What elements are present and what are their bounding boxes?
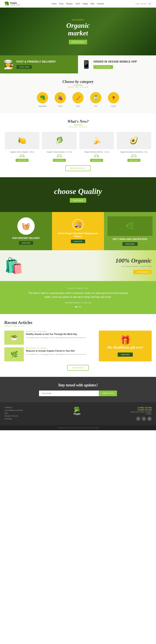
footer-privacy[interactable]: PRIVACY POLICY [4, 415, 23, 417]
snacks-content: By Jane Loren + 04 comments Healthy Snac… [26, 330, 96, 345]
testimonial-label: PEOPLE ABOUT US [9, 288, 147, 289]
hero-subtitle: Your favorite 2 [66, 19, 90, 21]
dot-1[interactable] [75, 306, 77, 308]
category-seeds[interactable]: 🌻 Seeds [108, 92, 119, 107]
dot-2[interactable] [77, 306, 79, 308]
twitter-icon[interactable]: t [142, 416, 146, 421]
footer-links: CONTACT CUSTOMER SUPPORT FAQ PRIVACY POL… [4, 406, 23, 420]
app-button[interactable]: GO TO THE APP [93, 65, 113, 69]
delivery-shop-button[interactable]: SHOP NOW [16, 65, 32, 69]
footer-phone2[interactable]: (3-800) 125-456 [131, 409, 152, 411]
category-vegetables[interactable]: 🥦 Vegetables [37, 92, 48, 107]
shipping-icon: 🚚 [73, 219, 83, 230]
app-text: ORDER IN VEGGIE MOBILE APP GO TO THE APP [93, 60, 137, 69]
choose-quality-title: choose Quality [54, 187, 102, 196]
delivery-icon: 👩‍🍳 [3, 59, 14, 70]
celery-add-button[interactable]: ADD TO CART [53, 159, 66, 162]
more-products-button[interactable]: MORE PRODUCTS [66, 165, 90, 171]
phone-icon: 📱 [81, 60, 91, 69]
gift-icon: 🎁 [120, 335, 131, 345]
fennel-title[interactable]: Reasons to Include Organic Fennel in You… [26, 350, 96, 352]
fennel-content: By Jane Loren + 04 comments Reasons to I… [26, 347, 96, 362]
newsletter-email-input[interactable] [39, 390, 99, 396]
nav-recipes[interactable]: Recipes [66, 2, 73, 5]
shipping-promo: 🚚 Don't Forget Standard Shipping on Orde… [52, 212, 104, 250]
footer-logo: 🥦 Veggie [74, 406, 80, 415]
celery-name: Organic Celery (Saved) - 17.6 oz [42, 151, 77, 153]
product-avocado: 🥑 Organic Avocado (Cucumber) - 9 oz $4.9… [117, 132, 151, 162]
lemon-old-price: $4.99 [5, 154, 39, 155]
lemon-add-button[interactable]: ADD TO CART [16, 159, 29, 162]
footer-copyright: © VeggieMarket 2019 All rights reserved.… [0, 425, 156, 430]
categories-sub: WHAT WE OFFER [4, 86, 152, 88]
nuts-label: Nuts [76, 105, 80, 107]
footer: CONTACT CUSTOMER SUPPORT FAQ PRIVACY POL… [0, 402, 156, 425]
articles-section: Recent Articles FROM THE BLOG 🥗 By Jane … [0, 314, 156, 377]
testimonial-section: PEOPLE ABOUT US "The dinner table is a s… [0, 281, 156, 314]
more-articles-button[interactable]: MORE POSTS [67, 365, 88, 371]
delivery-banner: 👩‍🍳 FAST & FRIENDLY DELIVERY SHOP NOW [0, 56, 78, 74]
article-fennel: 🌿 By Jane Loren + 04 comments Reasons to… [4, 347, 96, 362]
grocery-delivery-promo: 🧺 OUR GROCERY DELIVERY SHOP NOW [0, 212, 52, 250]
giftcard-image: 🌿 [107, 216, 153, 236]
fennel-excerpt: It's a familiar story: You pledge to hav… [26, 353, 96, 356]
shipping-promo-title: Don't Forget Standard Shipping on Orders [56, 232, 100, 238]
choose-quality-section: choose Quality SHOP NOW [0, 177, 156, 212]
newsletter-submit-button[interactable]: SUBMIT NOW [99, 390, 117, 396]
logo-icon: 🥦 [4, 1, 9, 6]
celery-image: 🥬 [42, 132, 77, 149]
articles-grid: 🥗 By Jane Loren + 04 comments Healthy Sn… [4, 330, 152, 362]
brand-name: Veggie Organic Market [10, 2, 20, 6]
nav-pages[interactable]: Pages [83, 2, 88, 5]
cart-icon[interactable]: 🛒 [149, 2, 152, 5]
avocado-old-price: $4.99 [117, 154, 151, 155]
footer-sitemap[interactable]: SITEMAP [4, 418, 23, 420]
footer-brand-name: Veggie [74, 413, 80, 415]
newsletter-form: SUBMIT NOW [39, 390, 117, 396]
category-oils[interactable]: 🫙 Oils [90, 92, 101, 107]
nav-home[interactable]: Home [52, 2, 57, 5]
hero-shop-button[interactable]: SHOP NOW [69, 40, 87, 44]
category-nuts[interactable]: 🥜 Nuts [72, 92, 84, 107]
facebook-icon[interactable]: f [136, 416, 140, 421]
quality-shop-button[interactable]: SHOP NOW [70, 198, 86, 203]
newsletter-section: Stay tuned with updates! SUBMIT NOW [0, 377, 156, 402]
banana-name: Organic Banana (Remo) - 1.8 oz [79, 151, 114, 153]
nav-blog[interactable]: Blog [90, 2, 94, 5]
delivery-promo-button[interactable]: SHOP NOW [19, 241, 33, 245]
nav-contacts[interactable]: Contacts [97, 2, 104, 5]
banana-price: $3.50 [79, 155, 114, 158]
banana-add-button[interactable]: ADD TO CART [90, 159, 103, 162]
promo-blocks: 🧺 OUR GROCERY DELIVERY SHOP NOW 🚚 Don't … [0, 212, 156, 250]
nav-about[interactable]: About [76, 2, 80, 5]
logo[interactable]: 🥦 Veggie Organic Market [4, 1, 20, 6]
snacks-title[interactable]: Healthy Snacks to Get You Through the Wo… [26, 333, 96, 336]
seeds-icon: 🌻 [108, 92, 119, 104]
login-link[interactable]: Login / My Acc [135, 3, 147, 5]
fennel-thumb: 🌿 [4, 347, 24, 362]
avocado-add-button[interactable]: ADD TO CART [127, 159, 140, 162]
product-banana: 🍌 Organic Banana (Remo) - 1.8 oz $4.99 $… [79, 132, 114, 162]
side-card-button[interactable]: READ INFO [118, 352, 133, 357]
footer-phone1[interactable]: (3-800) 125-456 [131, 406, 152, 409]
fruits-icon: 🍇 [55, 92, 66, 104]
snacks-excerpt: It's a familiar story: You pledge to hav… [26, 336, 96, 339]
footer-faq[interactable]: FAQ [4, 412, 23, 414]
instagram-icon[interactable]: in [147, 416, 152, 421]
banner-section: 👩‍🍳 FAST & FRIENDLY DELIVERY SHOP NOW 📱 … [0, 56, 156, 74]
organic-subtitle: Your Favorite Products. Just Form Field [27, 266, 152, 267]
organic-learn-button[interactable]: LEARN MORE [133, 270, 152, 274]
avocado-name: Organic Avocado (Cucumber) - 9 oz [117, 151, 151, 153]
shipping-promo-button[interactable]: SHOP NOW [71, 240, 85, 243]
nav-right: Login / My Acc 🛒 [135, 2, 152, 5]
footer-support[interactable]: CUSTOMER SUPPORT [4, 410, 23, 412]
oils-label: Oils [94, 105, 97, 107]
category-fruits[interactable]: 🍇 Fruits [55, 92, 66, 107]
footer-contact[interactable]: CONTACT [4, 406, 23, 408]
categories-list: 🥦 Vegetables 🍇 Fruits 🥜 Nuts 🫙 Oils 🌻 Se… [4, 92, 152, 107]
organic-person-image: 🛍️ [4, 257, 23, 274]
footer-social: f t in [131, 416, 152, 421]
dot-3[interactable] [79, 306, 81, 308]
giftcards-button[interactable]: READ MORE [122, 242, 138, 246]
nav-shop[interactable]: Shop [59, 2, 64, 5]
